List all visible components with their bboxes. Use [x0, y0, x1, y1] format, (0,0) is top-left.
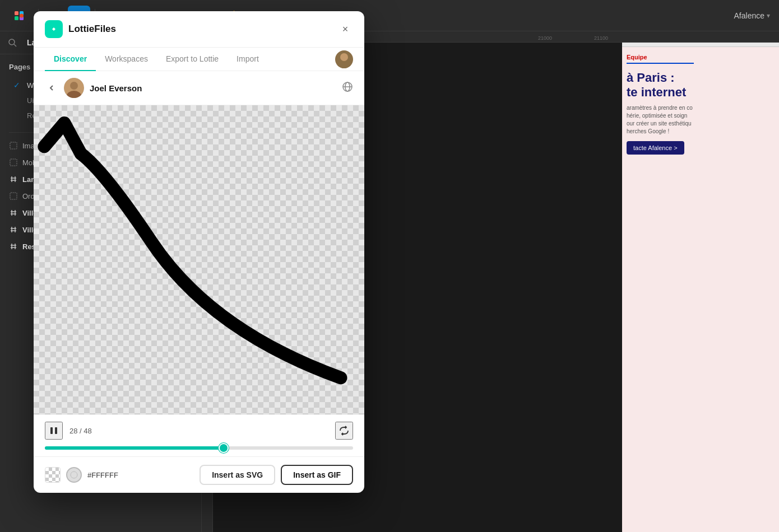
play-pause-button[interactable]: [45, 422, 63, 440]
svg-point-35: [337, 62, 351, 68]
dotted-square-icon-3: [9, 192, 18, 200]
svg-rect-14: [10, 142, 17, 149]
figma-logo[interactable]: [9, 6, 29, 26]
user-avatar: [64, 78, 84, 98]
svg-point-37: [70, 82, 78, 90]
modal-tabs: Discover Workspaces Export to Lottie Imp…: [34, 48, 364, 71]
svg-rect-0: [15, 11, 18, 15]
insert-gif-button[interactable]: Insert as GIF: [281, 465, 353, 485]
insert-svg-button[interactable]: Insert as SVG: [200, 465, 275, 485]
color-toggle-button[interactable]: [66, 467, 82, 483]
svg-rect-15: [10, 159, 17, 166]
tab-discover[interactable]: Discover: [45, 48, 96, 71]
hash-icon-3: [9, 225, 18, 234]
frame-counter: 28 / 48: [69, 427, 92, 435]
transparent-color-box: [45, 467, 61, 483]
animation-preview: [34, 105, 364, 414]
hash-icon-1: [9, 175, 18, 184]
svg-rect-2: [15, 16, 18, 20]
animation-content: [34, 105, 364, 414]
tab-export[interactable]: Export to Lottie: [157, 48, 228, 71]
svg-line-13: [14, 44, 16, 46]
svg-point-4: [20, 13, 24, 17]
modal-footer: #FFFFFF Insert as SVG Insert as GIF: [34, 456, 364, 493]
playback-controls: 28 / 48: [34, 414, 364, 446]
tab-workspaces[interactable]: Workspaces: [96, 48, 157, 71]
contact-button[interactable]: tacte Afalence >: [627, 141, 684, 155]
repeat-button[interactable]: [335, 422, 353, 440]
svg-rect-20: [10, 193, 17, 199]
svg-rect-43: [55, 427, 57, 434]
globe-icon[interactable]: [342, 81, 353, 95]
svg-point-44: [71, 472, 77, 478]
app-title[interactable]: Afalence ▾: [734, 11, 770, 20]
progress-thumb: [220, 444, 228, 452]
back-button[interactable]: [45, 81, 58, 95]
lottie-logo: [45, 20, 63, 38]
right-preview-panel: Wireframe - ... ▾ Wireframe - Equipe à P…: [622, 31, 779, 532]
search-icon[interactable]: [7, 37, 18, 48]
color-hex-value: #FFFFFF: [87, 471, 194, 479]
check-icon: ✓: [13, 81, 22, 90]
modal-header: LottieFiles ×: [34, 11, 364, 48]
tab-import[interactable]: Import: [228, 48, 268, 71]
user-bar: Joel Everson: [34, 71, 364, 105]
hash-icon-4: [9, 242, 18, 251]
progress-fill: [45, 446, 224, 450]
user-name: Joel Everson: [90, 83, 336, 93]
svg-point-34: [340, 53, 348, 61]
pages-title: Pages: [9, 63, 30, 71]
modal-close-button[interactable]: ×: [337, 21, 353, 37]
lottie-modal: LottieFiles × Discover Workspaces Export…: [34, 11, 364, 493]
dotted-square-icon: [9, 141, 18, 150]
toolbar-right: Afalence ▾: [734, 11, 770, 20]
user-avatar-header: [335, 50, 353, 68]
progress-container: [34, 446, 364, 456]
dotted-square-icon-2: [9, 158, 18, 167]
modal-title: LottieFiles: [68, 24, 332, 35]
svg-point-12: [9, 39, 15, 45]
hash-icon-2: [9, 208, 18, 217]
progress-track[interactable]: [45, 446, 353, 450]
svg-rect-42: [50, 427, 53, 434]
